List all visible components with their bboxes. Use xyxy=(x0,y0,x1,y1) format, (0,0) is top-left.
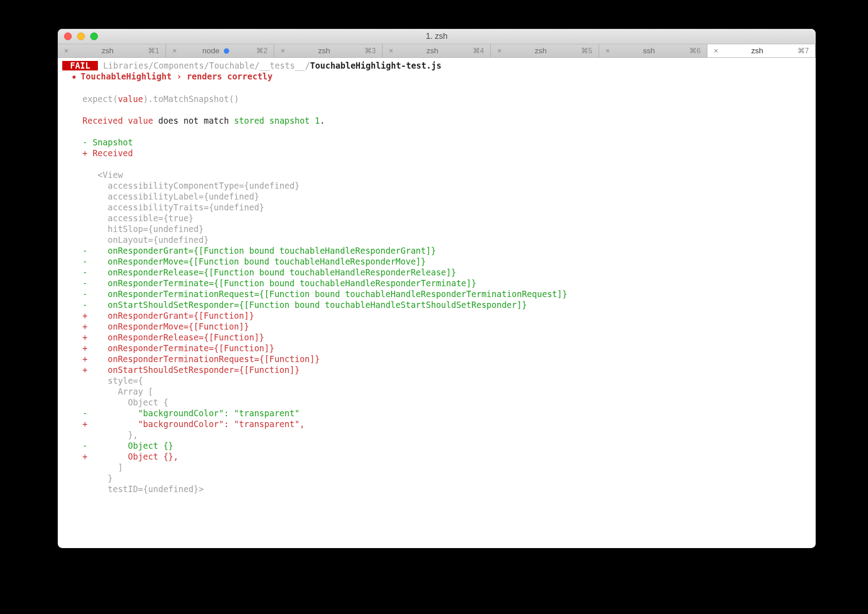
tab-bar: ×zsh⌘1×node⌘2×zsh⌘3×zsh⌘4×zsh⌘5×ssh⌘6×zs… xyxy=(58,44,816,58)
close-tab-icon[interactable]: × xyxy=(172,47,180,55)
tab-shortcut: ⌘6 xyxy=(685,47,701,55)
test-path-file: TouchableHighlight-test.js xyxy=(310,61,441,70)
tab-shortcut: ⌘5 xyxy=(577,47,592,55)
tab-6[interactable]: ×ssh⌘6 xyxy=(599,44,707,57)
window-title: 1. zsh xyxy=(58,32,816,41)
tab-2[interactable]: ×node⌘2 xyxy=(166,44,274,57)
diff-legend-minus: - Snapshot xyxy=(83,138,133,147)
window-controls xyxy=(58,33,98,40)
msg-mid: does not match xyxy=(153,116,234,126)
tab-shortcut: ⌘2 xyxy=(252,47,268,55)
expect-prefix: expect( xyxy=(83,94,118,104)
titlebar[interactable]: 1. zsh xyxy=(58,29,816,44)
tab-shortcut: ⌘7 xyxy=(794,47,809,55)
tab-label: zsh xyxy=(426,47,438,56)
tab-shortcut: ⌘1 xyxy=(144,47,159,55)
tab-label: ssh xyxy=(643,47,655,56)
minimize-icon[interactable] xyxy=(77,33,85,40)
expect-suffix: ).toMatchSnapshot() xyxy=(143,94,239,104)
test-title: TouchableHighlight › renders correctly xyxy=(81,72,272,81)
tab-4[interactable]: ×zsh⌘4 xyxy=(383,44,491,57)
msg-dot: . xyxy=(320,116,325,126)
tab-1[interactable]: ×zsh⌘1 xyxy=(58,44,166,57)
tab-3[interactable]: ×zsh⌘3 xyxy=(274,44,383,57)
close-tab-icon[interactable]: × xyxy=(714,47,721,55)
msg-snapshot: stored snapshot 1 xyxy=(234,116,320,126)
tab-label: zsh xyxy=(102,47,113,56)
tab-shortcut: ⌘3 xyxy=(360,47,376,55)
diff-body: <View accessibilityComponentType={undefi… xyxy=(62,170,567,494)
tab-label: zsh xyxy=(318,47,330,56)
tab-label: zsh xyxy=(535,47,546,56)
close-tab-icon[interactable]: × xyxy=(605,47,613,55)
tab-label: node xyxy=(203,47,220,56)
close-tab-icon[interactable]: × xyxy=(389,47,396,55)
tab-7[interactable]: ×zsh⌘7 xyxy=(707,44,816,57)
msg-received: Received value xyxy=(83,116,153,126)
close-tab-icon[interactable]: × xyxy=(281,47,288,55)
zoom-icon[interactable] xyxy=(90,33,98,40)
diff-legend-plus: + Received xyxy=(83,149,133,158)
terminal-window: 1. zsh ×zsh⌘1×node⌘2×zsh⌘3×zsh⌘4×zsh⌘5×s… xyxy=(58,29,816,548)
test-path-dir: Libraries/Components/Touchable/__tests__… xyxy=(103,61,310,70)
close-tab-icon[interactable]: × xyxy=(497,47,504,55)
tab-label: zsh xyxy=(751,47,763,56)
bullet-icon: ● xyxy=(72,74,75,80)
close-tab-icon[interactable]: × xyxy=(64,47,71,55)
fail-badge: FAIL xyxy=(62,61,98,70)
tab-shortcut: ⌘4 xyxy=(469,47,484,55)
expect-value: value xyxy=(118,94,143,104)
tab-5[interactable]: ×zsh⌘5 xyxy=(491,44,599,57)
activity-dot-icon xyxy=(224,48,229,54)
close-icon[interactable] xyxy=(64,33,72,40)
terminal-output[interactable]: FAIL Libraries/Components/Touchable/__te… xyxy=(58,58,816,498)
